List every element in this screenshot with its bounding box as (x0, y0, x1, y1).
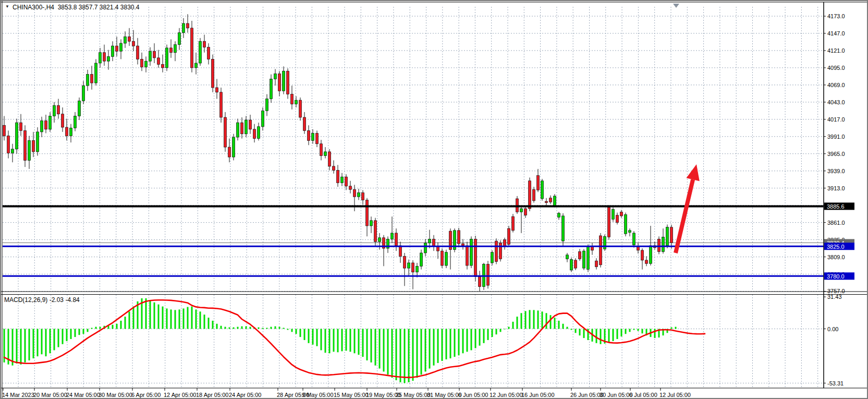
svg-text:4043.0: 4043.0 (827, 99, 845, 105)
svg-text:31.43: 31.43 (827, 294, 842, 300)
time-axis: 14 Mar 202320 Mar 05:0024 Mar 05:0030 Ma… (2, 388, 691, 398)
svg-text:3939.0: 3939.0 (827, 168, 845, 174)
svg-text:4069.0: 4069.0 (827, 82, 845, 88)
price-axis: 4173.04147.04121.04095.04069.04043.04017… (824, 13, 845, 386)
svg-text:16 Jun 05:00: 16 Jun 05:00 (521, 392, 555, 398)
svg-text:3913.0: 3913.0 (827, 185, 845, 191)
svg-text:4121.0: 4121.0 (827, 47, 845, 54)
svg-text:4173.0: 4173.0 (827, 13, 845, 19)
svg-text:3809.0: 3809.0 (827, 254, 845, 260)
svg-text:3965.0: 3965.0 (827, 151, 845, 157)
chart-title-ohlc: CHINA300-,H4 3853.8 3857.7 3821.4 3830.4 (13, 4, 140, 11)
macd-histogram (4, 298, 677, 383)
svg-text:20 Mar 05:00: 20 Mar 05:00 (33, 392, 67, 398)
svg-text:26 Jun 05:00: 26 Jun 05:00 (570, 392, 604, 398)
svg-text:18 Apr 05:00: 18 Apr 05:00 (196, 392, 228, 398)
svg-text:4017.0: 4017.0 (827, 116, 845, 123)
candlestick-series (3, 14, 673, 291)
svg-text:30 Jun 05:00: 30 Jun 05:00 (600, 392, 633, 398)
chart-window: ▼ CHINA300-,H4 3853.8 3857.7 3821.4 3830… (0, 0, 868, 399)
svg-text:14 Mar 2023: 14 Mar 2023 (2, 392, 34, 398)
svg-text:15 May 05:00: 15 May 05:00 (334, 392, 369, 398)
symbol-dropdown-icon[interactable]: ▼ (5, 4, 9, 9)
svg-text:25 May 05:00: 25 May 05:00 (396, 392, 431, 398)
price-macd-plot[interactable]: 4173.04147.04121.04095.04069.04043.04017… (1, 1, 868, 399)
svg-text:3825.0: 3825.0 (827, 244, 845, 250)
macd-indicator-label: MACD(12,26,9) -2.03 -4.84 (4, 296, 80, 304)
svg-text:9 May 05:00: 9 May 05:00 (302, 392, 334, 398)
svg-text:6 Jun 05:00: 6 Jun 05:00 (458, 392, 488, 398)
svg-text:24 Mar 05:00: 24 Mar 05:00 (66, 392, 100, 398)
svg-text:3991.0: 3991.0 (827, 134, 845, 140)
svg-text:31 May 05:00: 31 May 05:00 (427, 392, 462, 398)
svg-text:6 Jul 05:00: 6 Jul 05:00 (629, 392, 657, 398)
price-badge-3885.6: 3885.6 (824, 202, 854, 210)
svg-text:-53.31: -53.31 (827, 380, 843, 386)
svg-text:12 Jul 05:00: 12 Jul 05:00 (659, 392, 691, 398)
svg-text:4095.0: 4095.0 (827, 65, 845, 71)
svg-text:6 Apr 05:00: 6 Apr 05:00 (131, 392, 161, 398)
svg-text:12 Jun 05:00: 12 Jun 05:00 (490, 392, 523, 398)
price-badge-3825.0: 3825.0 (824, 243, 854, 250)
chart-shift-marker-icon[interactable] (673, 4, 679, 8)
svg-text:3861.0: 3861.0 (827, 220, 845, 226)
price-badge-3780.0: 3780.0 (824, 272, 854, 280)
svg-text:12 Apr 05:00: 12 Apr 05:00 (164, 392, 196, 398)
svg-text:4147.0: 4147.0 (827, 30, 845, 37)
svg-text:24 Apr 05:00: 24 Apr 05:00 (229, 392, 261, 398)
svg-text:3885.6: 3885.6 (827, 203, 845, 210)
svg-text:0.00: 0.00 (827, 326, 838, 332)
svg-text:30 Mar 05:00: 30 Mar 05:00 (99, 392, 132, 398)
trend-arrow[interactable] (676, 164, 700, 253)
svg-text:3780.0: 3780.0 (827, 273, 845, 280)
